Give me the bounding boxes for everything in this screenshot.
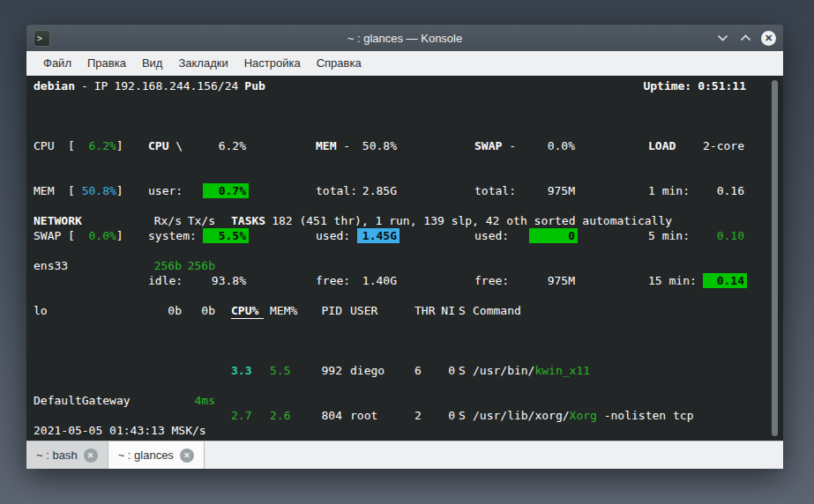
process-cpu: 2.7 [231,408,270,423]
header-pid[interactable]: PID [314,303,342,318]
quicklook-section: CPU[6.2%] MEM[50.8%] SWAP[0.0%] CPU \6.2… [34,108,757,168]
spacer [146,393,182,408]
terminal-area[interactable]: debian-IP192.168.244.156/24Pub Uptime:0:… [26,76,783,441]
blank-line [34,348,215,363]
tx-value: 256b [182,258,215,273]
gauge-label: CPU [34,138,68,153]
close-button[interactable]: ✕ [761,31,776,46]
header-user[interactable]: USER [350,303,414,318]
sort-column-label[interactable]: CPU% [231,303,264,319]
trend-icon: - [343,139,350,152]
quicklook-row: CPU[6.2%] [34,138,123,153]
konsole-window: > ~ : glances — Konsole ✕ Файл Правка Ви… [26,25,783,469]
trend-icon: - [509,139,516,152]
maximize-button[interactable] [738,31,752,45]
menu-item-help[interactable]: Справка [309,53,370,73]
tab-label: ~ : glances [118,448,174,462]
mem-title: MEM [316,139,336,152]
ip-label: IP [94,79,108,93]
hostname: debian [34,79,75,93]
visibility-badge: Pub [244,79,265,93]
tx-value: 0b [182,303,215,318]
command-name: Xorg [570,408,597,423]
process-state: S [459,408,469,423]
gauge-value: 6.2% [75,138,116,153]
window-title: ~ : glances — Konsole [26,32,783,45]
process-thr: 6 [414,363,441,378]
tasks-summary-text: 182 (451 thr), 1 run, 139 slp, 42 oth so… [272,213,672,228]
process-ni: 0 [441,363,455,378]
process-thr: 2 [414,408,441,423]
left-panel: NETWORKRx/sTx/s ens33256b256b lo0b0b Def… [34,183,215,441]
menu-item-bookmarks[interactable]: Закладки [170,53,235,73]
command-args: -nolisten tcp [597,408,694,423]
process-mem: 2.6 [270,408,314,423]
process-command: /usr/lib/xorg/Xorg -nolisten tcp [473,408,693,423]
tab-bar: ~ : bash✕ ~ : glances✕ [26,441,783,469]
rx-value: 256b [146,258,182,273]
cpu-title: CPU [148,139,168,152]
chevron-up-icon [740,34,751,41]
mem-total: 50.8% [357,138,400,153]
chevron-down-icon [717,34,728,41]
process-panel: TASKS182 (451 thr), 1 run, 139 slp, 42 o… [231,183,771,441]
header-mem[interactable]: MEM% [270,303,314,318]
ip-address: 192.168.244.156/24 [114,79,238,93]
header-command[interactable]: Command [473,303,521,318]
swap-panel-header: SWAP -0.0% [474,138,578,153]
window-titlebar[interactable]: > ~ : glances — Konsole ✕ [26,25,783,51]
header-s[interactable]: S [459,303,469,318]
menu-item-file[interactable]: Файл [35,53,79,73]
terminal-scrollbar[interactable] [772,80,778,436]
iface-name: ens33 [34,258,146,273]
rx-value: 0b [146,303,182,318]
menu-item-view[interactable]: Вид [134,53,171,73]
minimize-button[interactable] [715,31,729,45]
bracket: [ [68,138,75,153]
header-ni[interactable]: NI [441,303,455,318]
cpu-panel-header: CPU \6.2% [148,138,249,153]
uptime: Uptime:0:51:11 [643,78,746,93]
network-row: ens33256b256b [34,258,215,273]
col-header: Tx/s [182,213,215,228]
glances-header-line: debian-IP192.168.244.156/24Pub Uptime:0:… [34,78,746,93]
header-cpu[interactable]: CPU% [231,303,270,318]
process-pid: 992 [314,363,342,378]
gateway-name: DefaultGateway [34,393,146,408]
process-state: S [459,363,469,378]
window-buttons: ✕ [715,31,776,46]
process-table-header[interactable]: CPU%MEM%PIDUSERTHRNISCommand [231,303,771,318]
tasks-title: TASKS [231,213,265,228]
blank-line [231,258,771,273]
col-header: Rx/s [146,213,182,228]
menu-item-settings[interactable]: Настройка [236,53,309,73]
tab-glances[interactable]: ~ : glances✕ [108,441,205,469]
tab-close-icon[interactable]: ✕ [180,448,194,463]
process-pid: 804 [314,408,342,423]
menu-item-edit[interactable]: Правка [79,53,134,73]
clock-line: 2021-05-05 01:43:13 MSK/s [34,423,206,438]
tab-close-icon[interactable]: ✕ [84,448,98,463]
uptime-label: Uptime: [643,79,691,93]
header-thr[interactable]: THR [414,303,441,318]
process-user: diego [350,363,414,378]
separator: - [81,79,88,93]
blank-line [34,438,215,441]
konsole-app-icon: > [34,30,50,47]
menu-bar: Файл Правка Вид Закладки Настройка Справ… [26,51,783,76]
spinner-icon: \ [175,139,183,152]
iface-name: lo [34,303,146,318]
bracket: ] [116,138,123,153]
network-title: NETWORK [34,213,146,228]
tasks-summary: TASKS182 (451 thr), 1 run, 139 slp, 42 o… [231,213,771,228]
command-path: /usr/lib/xorg/ [473,408,570,423]
host-info: debian-IP192.168.244.156/24Pub [34,78,272,93]
gateway-latency: 4ms [182,393,215,408]
process-command: /usr/bin/kwin_x11 [473,363,590,378]
swap-title: SWAP [474,139,502,152]
mem-panel-header: MEM -50.8% [316,138,400,153]
network-header: NETWORKRx/sTx/s [34,213,215,228]
tab-bash[interactable]: ~ : bash✕ [26,441,108,469]
swap-total: 0.0% [529,138,578,153]
main-section: NETWORKRx/sTx/s ens33256b256b lo0b0b Def… [34,183,771,408]
